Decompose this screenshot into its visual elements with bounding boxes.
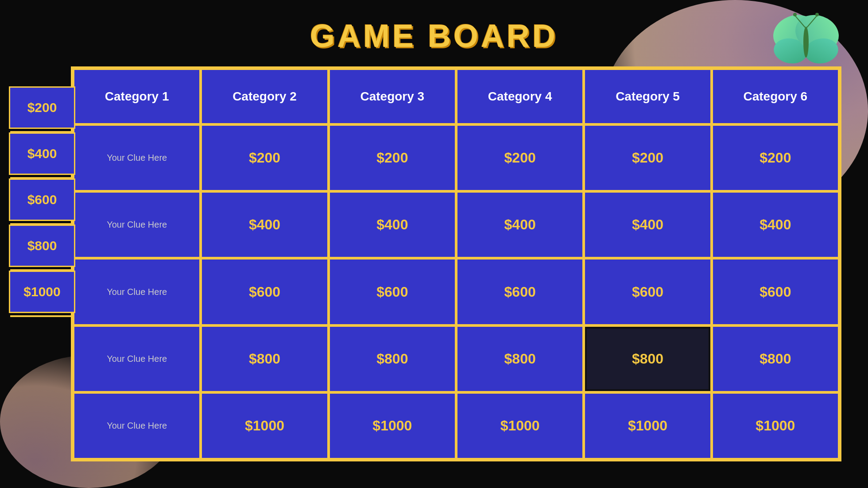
clue-cell-1-400[interactable]: Your Clue Here: [74, 193, 199, 257]
side-label-400: $400: [9, 132, 75, 175]
svg-point-4: [803, 27, 809, 58]
category-header-2: Category 2: [202, 70, 327, 123]
value-cell-4-800[interactable]: $800: [457, 327, 582, 391]
side-label-200: $200: [9, 86, 75, 129]
side-label-800: $800: [9, 225, 75, 267]
value-cell-6-800[interactable]: $800: [713, 327, 838, 391]
side-labels-container: $200 $400 $600 $800 $1000: [9, 86, 75, 317]
clue-cell-1-1000[interactable]: Your Clue Here: [74, 394, 199, 458]
value-cell-6-200[interactable]: $200: [713, 126, 838, 190]
value-cell-4-200[interactable]: $200: [457, 126, 582, 190]
value-cell-4-1000[interactable]: $1000: [457, 394, 582, 458]
svg-point-6: [793, 13, 797, 16]
side-label-600: $600: [9, 178, 75, 221]
value-cell-2-800[interactable]: $800: [202, 327, 327, 391]
value-cell-6-1000[interactable]: $1000: [713, 394, 838, 458]
value-cell-3-800[interactable]: $800: [330, 327, 455, 391]
value-cell-5-200[interactable]: $200: [585, 126, 710, 190]
category-header-4: Category 4: [457, 70, 582, 123]
svg-point-8: [815, 13, 819, 16]
value-cell-2-200[interactable]: $200: [202, 126, 327, 190]
page-title: GAME BOARD: [310, 18, 558, 54]
value-cell-2-400[interactable]: $400: [202, 193, 327, 257]
value-cell-2-1000[interactable]: $1000: [202, 394, 327, 458]
value-cell-5-600[interactable]: $600: [585, 259, 710, 324]
value-cell-5-400[interactable]: $400: [585, 193, 710, 257]
value-cell-4-600[interactable]: $600: [457, 259, 582, 324]
clue-cell-1-800[interactable]: Your Clue Here: [74, 327, 199, 391]
value-cell-5-1000[interactable]: $1000: [585, 394, 710, 458]
value-cell-6-600[interactable]: $600: [713, 259, 838, 324]
category-header-5: Category 5: [585, 70, 710, 123]
value-cell-4-400[interactable]: $400: [457, 193, 582, 257]
category-header-3: Category 3: [330, 70, 455, 123]
value-cell-2-600[interactable]: $600: [202, 259, 327, 324]
board-wrapper: Category 1 Category 2 Category 3 Categor…: [71, 66, 841, 461]
value-cell-3-200[interactable]: $200: [330, 126, 455, 190]
value-cell-3-600[interactable]: $600: [330, 259, 455, 324]
value-cell-3-1000[interactable]: $1000: [330, 394, 455, 458]
category-header-1: Category 1: [74, 70, 199, 123]
clue-cell-1-200[interactable]: Your Clue Here: [74, 126, 199, 190]
game-board: Category 1 Category 2 Category 3 Categor…: [74, 70, 838, 458]
butterfly-decoration: [771, 9, 841, 71]
value-cell-3-400[interactable]: $400: [330, 193, 455, 257]
clue-cell-1-600[interactable]: Your Clue Here: [74, 259, 199, 324]
category-header-6: Category 6: [713, 70, 838, 123]
value-cell-5-800-selected[interactable]: $800: [585, 327, 710, 391]
side-label-1000: $1000: [9, 271, 75, 313]
value-cell-6-400[interactable]: $400: [713, 193, 838, 257]
